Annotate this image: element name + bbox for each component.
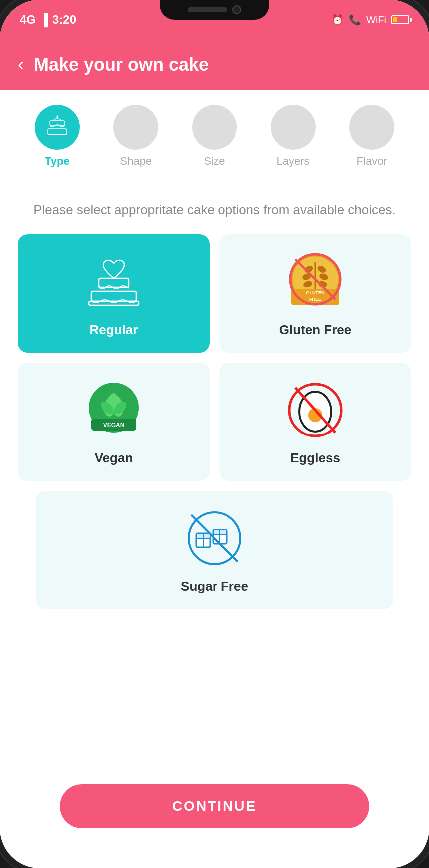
- header: ‹ Make your own cake: [0, 40, 429, 90]
- option-regular[interactable]: Regular: [18, 234, 210, 353]
- step-shape-circle: [113, 105, 158, 150]
- sugar-free-icon: [182, 506, 247, 571]
- vegan-icon: VEGAN: [81, 378, 146, 442]
- sugar-free-label: Sugar Free: [181, 579, 248, 594]
- speaker: [188, 7, 227, 12]
- option-sugar-free[interactable]: Sugar Free: [36, 491, 393, 609]
- steps-navigation: Type Shape Size Layers Flavor: [0, 90, 429, 180]
- time-display: 3:20: [52, 13, 76, 27]
- instructions-text: Please select appropritate cake options …: [0, 180, 429, 234]
- regular-icon-area: [81, 249, 146, 314]
- page-title: Make your own cake: [34, 54, 209, 75]
- svg-text:FREE: FREE: [309, 297, 321, 302]
- svg-rect-4: [91, 291, 136, 301]
- gluten-free-label: Gluten Free: [279, 322, 351, 338]
- gluten-free-icon-area: GLUTEN FREE: [283, 249, 348, 314]
- bottom-action-area: CONTINUE: [0, 784, 429, 828]
- step-size-label: Size: [204, 155, 225, 168]
- option-gluten-free[interactable]: GLUTEN FREE Gluten Free: [219, 234, 411, 353]
- call-icon: 📞: [349, 14, 361, 26]
- sugar-free-row: Sugar Free: [0, 481, 429, 609]
- vegan-icon-area: VEGAN: [81, 378, 146, 442]
- battery-icon: [391, 15, 409, 24]
- option-vegan[interactable]: VEGAN Vegan: [18, 363, 210, 481]
- svg-text:VEGAN: VEGAN: [103, 422, 125, 429]
- step-shape[interactable]: Shape: [97, 105, 176, 168]
- network-indicator: 4G: [20, 13, 36, 27]
- status-left: 4G ▐ 3:20: [20, 13, 76, 27]
- regular-label: Regular: [90, 322, 138, 338]
- eggless-label: Eggless: [290, 450, 340, 466]
- step-flavor-circle: [349, 105, 394, 150]
- cake-type-icon: [45, 115, 70, 140]
- step-type-label: Type: [45, 155, 70, 168]
- step-size-circle: [192, 105, 237, 150]
- status-notch: [160, 0, 269, 20]
- wifi-icon: WiFi: [366, 14, 386, 26]
- phone-frame: 4G ▐ 3:20 ⏰ 📞 WiFi ‹ Make your own cake: [0, 0, 429, 868]
- step-layers-circle: [271, 105, 316, 150]
- eggless-icon-area: [283, 378, 348, 442]
- step-layers[interactable]: Layers: [254, 105, 333, 168]
- vegan-label: Vegan: [95, 450, 133, 466]
- back-button[interactable]: ‹: [18, 56, 24, 74]
- sugar-free-icon-area: [182, 506, 247, 571]
- gluten-free-icon: GLUTEN FREE: [283, 249, 348, 314]
- regular-cake-icon: [81, 249, 146, 314]
- options-grid: Regular: [0, 234, 429, 481]
- step-type-circle: [35, 105, 80, 150]
- eggless-icon: [283, 378, 348, 442]
- step-shape-label: Shape: [120, 155, 152, 168]
- step-type[interactable]: Type: [18, 105, 97, 168]
- step-flavor[interactable]: Flavor: [332, 105, 411, 168]
- step-layers-label: Layers: [277, 155, 310, 168]
- status-right: ⏰ 📞 WiFi: [331, 14, 409, 26]
- svg-text:GLUTEN: GLUTEN: [306, 290, 325, 295]
- option-eggless[interactable]: Eggless: [219, 363, 411, 481]
- continue-button[interactable]: CONTINUE: [60, 784, 369, 828]
- step-size[interactable]: Size: [175, 105, 254, 168]
- svg-rect-1: [48, 129, 67, 135]
- status-bar: 4G ▐ 3:20 ⏰ 📞 WiFi: [0, 0, 429, 40]
- step-flavor-label: Flavor: [357, 155, 387, 168]
- alarm-icon: ⏰: [331, 14, 344, 26]
- battery-fill: [393, 17, 397, 22]
- front-camera: [232, 5, 241, 14]
- signal-icon: ▐: [40, 13, 48, 27]
